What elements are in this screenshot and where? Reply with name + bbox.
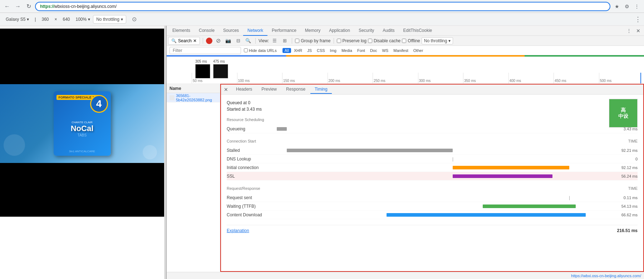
address-input[interactable]: https:// wbxi oss-cn-beijing.aliyuncs.co… [35,2,610,11]
filter-ws[interactable]: WS [380,48,390,53]
filter-xhr[interactable]: XHR [292,48,304,53]
filter-img[interactable]: Img [328,48,339,53]
zoom-selector[interactable]: 100% ▾ [76,17,90,22]
devtools-footer: https://wbxi.oss-cn-beijing.aliyuncs.com… [167,272,644,279]
width-input[interactable] [39,17,51,22]
filter-types: All XHR JS CSS Img Media Font Doc WS Man… [282,48,426,53]
separator-3 [292,38,292,44]
initial-connection-label: Initial connection [227,165,277,170]
disable-cache-checkbox[interactable]: Disable cache [368,38,400,43]
tab-network[interactable]: Network [243,26,267,36]
bookmark-icon[interactable]: ★ [613,2,621,11]
filter-all[interactable]: All [282,48,291,53]
thumbnail-text: 高中设 [618,107,628,119]
file-item[interactable]: 365681-5b42e20263882.png [167,93,220,102]
stalled-bar [287,149,453,152]
filter-doc[interactable]: Doc [368,48,379,53]
url-https: https:// [40,4,54,9]
capture-screenshot-icon[interactable]: 📷 [224,37,232,45]
color-seg-orange [286,55,525,57]
tab-editthiscookie[interactable]: EditThisCookie [399,26,437,36]
tab-elements[interactable]: Elements [168,26,195,36]
hide-data-urls-input[interactable] [244,48,248,52]
disable-cache-input[interactable] [368,39,372,43]
filter-font[interactable]: Font [355,48,367,53]
offline-input[interactable] [402,39,406,43]
detail-tab-response[interactable]: Response [282,85,310,94]
ssl-bar-area [277,174,609,179]
address-bar: ← → ↻ https:// wbxi oss-cn-beijing.aliyu… [0,0,644,13]
filter-js[interactable]: JS [305,48,314,53]
menu-icon[interactable]: ⋮ [633,2,641,11]
stalled-label: Stalled [227,148,277,153]
tab-audits[interactable]: Audits [378,26,399,36]
height-input[interactable] [60,17,73,22]
device-selector[interactable]: Galaxy S5 ▾ [3,15,32,23]
network-toolbar: 🔍 Search ✕ ⊘ 📷 ⊟ 🔍 View: ☰ ⊞ Group by fr… [167,36,644,46]
preserve-log-checkbox[interactable]: Preserve log [337,38,367,43]
stalled-value: 92.21 ms [609,148,638,153]
search-network-icon[interactable]: 🔍 [244,37,252,45]
tab-sources[interactable]: Sources [219,26,243,36]
file-list-area: Name 365681-5b42e20263882.png ✕ Headers … [167,84,644,272]
detail-tab-preview[interactable]: Preview [257,85,281,94]
product-name: NoCal [71,124,94,133]
started-at-text: Started at 3.43 ms [227,107,638,112]
devtools-panel: Elements Console Sources Network Perform… [166,26,644,279]
name-panel: Name 365681-5b42e20263882.png [167,84,220,272]
tab-console[interactable]: Console [195,26,219,36]
mark-450: 450 ms [554,73,599,83]
ruler-inner: 50 ms 100 ms 150 ms 200 ms 250 ms 300 ms… [192,73,644,83]
tab-security[interactable]: Security [354,26,378,36]
filter-icon[interactable]: ⊟ [234,37,242,45]
close-search-icon[interactable]: ✕ [193,38,197,43]
search-icon: 🔍 [171,38,177,43]
hide-data-urls-label: Hide data URLs [249,48,277,53]
group-by-frame-input[interactable] [295,39,299,43]
ssl-value: 56.24 ms [609,174,638,178]
mark-300: 300 ms [418,73,463,83]
tab-performance[interactable]: Performance [267,26,301,36]
throttle-selector[interactable]: No throttling ▾ [93,15,126,24]
mark-200: 200 ms [328,73,373,83]
filter-other[interactable]: Other [411,48,426,53]
tab-memory[interactable]: Memory [301,26,325,36]
queueing-bar-area [277,126,609,131]
close-detail-button[interactable]: ✕ [224,87,228,92]
no-throttling-selector[interactable]: No throttling ▾ [422,37,453,44]
extension-icon[interactable]: ⚙ [623,2,631,11]
rotate-icon[interactable]: ⊙ [132,16,137,23]
screenshot-time-2: 475 ms [213,59,228,63]
list-view-icon[interactable]: ☰ [270,37,279,45]
main-area: FORMATO SPECIALE 16+ 4 CHANTE CLAIR NoCa… [0,26,644,279]
detail-tab-headers[interactable]: Headers [232,85,256,94]
detail-tab-timing[interactable]: Timing [310,85,332,94]
preserve-log-input[interactable] [337,39,341,43]
filter-manifest[interactable]: Manifest [391,48,411,53]
scroll-strip [0,26,164,29]
back-button[interactable]: ← [3,2,11,11]
offline-checkbox[interactable]: Offline [402,38,420,43]
dns-value: 0 [609,157,638,161]
webpage-preview: FORMATO SPECIALE 16+ 4 CHANTE CLAIR NoCa… [0,26,164,279]
record-button[interactable] [206,38,212,44]
download-row: Content Download 66.62 ms [227,211,638,219]
download-value: 66.62 ms [609,213,638,217]
explanation-link[interactable]: Explanation [227,228,249,233]
url-domain: wbxi [54,4,63,9]
hide-data-urls-checkbox[interactable]: Hide data URLs [244,48,277,53]
tree-view-icon[interactable]: ⊞ [280,37,289,45]
filter-css[interactable]: CSS [315,48,327,53]
close-devtools-icon[interactable]: ✕ [634,27,643,35]
forward-button[interactable]: → [14,2,22,11]
stop-icon[interactable]: ⊘ [214,37,222,45]
more-options-icon[interactable]: ⋮ [635,15,641,23]
group-by-frame-checkbox[interactable]: Group by frame [295,38,330,43]
tab-application[interactable]: Application [325,26,354,36]
filter-media[interactable]: Media [339,48,354,53]
settings-icon[interactable]: ⋮ [625,27,633,35]
bubble-deco2 [143,145,157,159]
filter-input[interactable] [169,47,241,54]
resource-scheduling-label: Resource Scheduling [227,117,264,122]
reload-button[interactable]: ↻ [24,2,33,11]
